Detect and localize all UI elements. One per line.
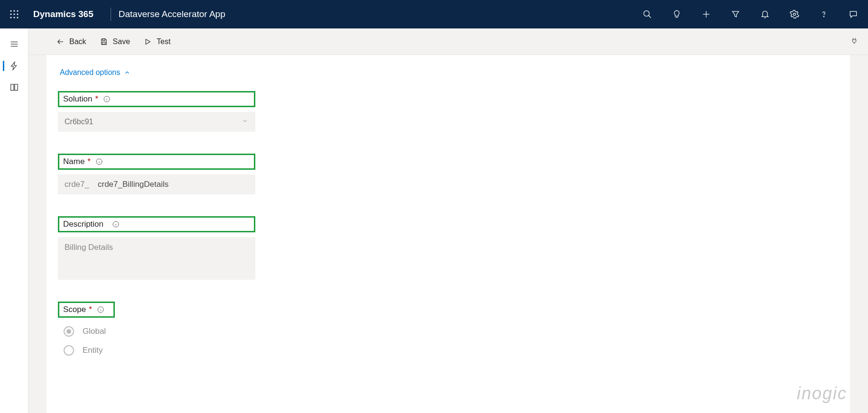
svg-point-9 [644, 11, 650, 17]
svg-point-16 [823, 16, 824, 17]
chevron-down-icon [241, 117, 249, 127]
name-label: Name [63, 157, 84, 166]
chat-icon[interactable] [839, 0, 868, 28]
header-icons [633, 0, 868, 28]
svg-rect-21 [103, 39, 105, 41]
name-prefix: crde7_ [65, 180, 89, 189]
scope-radio-entity[interactable]: Entity [64, 345, 839, 356]
scope-option-global: Global [83, 327, 106, 336]
app-name: Dataverse Accelerator App [119, 9, 225, 19]
name-label-box: Name * [58, 154, 255, 170]
plug-icon[interactable] [850, 37, 868, 47]
svg-point-4 [13, 13, 15, 15]
name-field: Name * crde7_ [58, 154, 839, 194]
info-icon[interactable] [103, 95, 111, 103]
description-input-wrapper [58, 237, 255, 280]
info-icon[interactable] [112, 220, 120, 228]
plus-icon[interactable] [691, 0, 721, 28]
name-input-wrapper: crde7_ [58, 174, 255, 194]
back-label: Back [69, 37, 86, 46]
description-label-box: Description [58, 216, 255, 232]
svg-line-10 [649, 16, 651, 18]
required-star: * [95, 94, 98, 104]
advanced-options-link[interactable]: Advanced options [60, 68, 131, 77]
info-icon[interactable] [97, 306, 104, 313]
scope-option-entity: Entity [83, 346, 103, 355]
main-panel: Advanced options Solution * Cr6bc91 Name… [28, 55, 868, 413]
advanced-options-label: Advanced options [60, 68, 120, 77]
svg-point-5 [17, 13, 18, 15]
brand-divider [111, 8, 111, 21]
search-icon[interactable] [633, 0, 662, 28]
svg-point-0 [10, 10, 11, 11]
required-star: * [89, 305, 92, 314]
top-nav: Dynamics 365 Dataverse Accelerator App [0, 0, 868, 28]
description-input[interactable] [65, 243, 249, 262]
rail-plugin-icon[interactable] [0, 55, 28, 77]
form-card: Advanced options Solution * Cr6bc91 Name… [47, 55, 850, 413]
app-launcher-icon[interactable] [0, 0, 28, 28]
svg-point-15 [793, 13, 796, 16]
svg-point-1 [13, 10, 15, 11]
help-icon[interactable] [809, 0, 839, 28]
svg-point-7 [13, 17, 15, 18]
name-input[interactable] [98, 180, 249, 189]
test-button[interactable]: Test [137, 35, 177, 49]
bell-icon[interactable] [750, 0, 780, 28]
svg-point-3 [10, 13, 11, 15]
solution-label: Solution [63, 94, 92, 104]
scope-label-box: Scope * [58, 302, 115, 318]
rail-book-icon[interactable] [0, 77, 28, 99]
radio-unchecked-icon [64, 345, 74, 356]
filter-icon[interactable] [721, 0, 750, 28]
required-star: * [87, 157, 91, 166]
back-button[interactable]: Back [49, 35, 93, 49]
solution-field: Solution * Cr6bc91 [58, 91, 839, 132]
scope-radio-global[interactable]: Global [64, 326, 839, 337]
svg-point-2 [17, 10, 18, 11]
save-label: Save [113, 37, 130, 46]
svg-rect-22 [103, 42, 105, 44]
info-icon[interactable] [95, 158, 103, 165]
solution-select[interactable]: Cr6bc91 [58, 112, 255, 132]
test-label: Test [157, 37, 170, 46]
svg-marker-23 [146, 39, 150, 44]
watermark: inogic [797, 384, 847, 404]
svg-point-8 [17, 17, 18, 18]
scope-field: Scope * Global Entity [58, 302, 839, 356]
solution-label-box: Solution * [58, 91, 255, 107]
save-button[interactable]: Save [93, 35, 137, 49]
hamburger-icon[interactable] [0, 33, 28, 55]
solution-value: Cr6bc91 [65, 118, 93, 126]
brand-name[interactable]: Dynamics 365 [28, 9, 103, 19]
left-rail [0, 28, 28, 413]
description-field: Description [58, 216, 839, 280]
settings-icon[interactable] [780, 0, 809, 28]
lightbulb-icon[interactable] [662, 0, 691, 28]
radio-checked-icon [64, 326, 74, 337]
svg-point-6 [10, 17, 11, 18]
scope-label: Scope [63, 305, 86, 314]
command-bar: Back Save Test [0, 28, 868, 55]
description-label: Description [63, 220, 103, 229]
